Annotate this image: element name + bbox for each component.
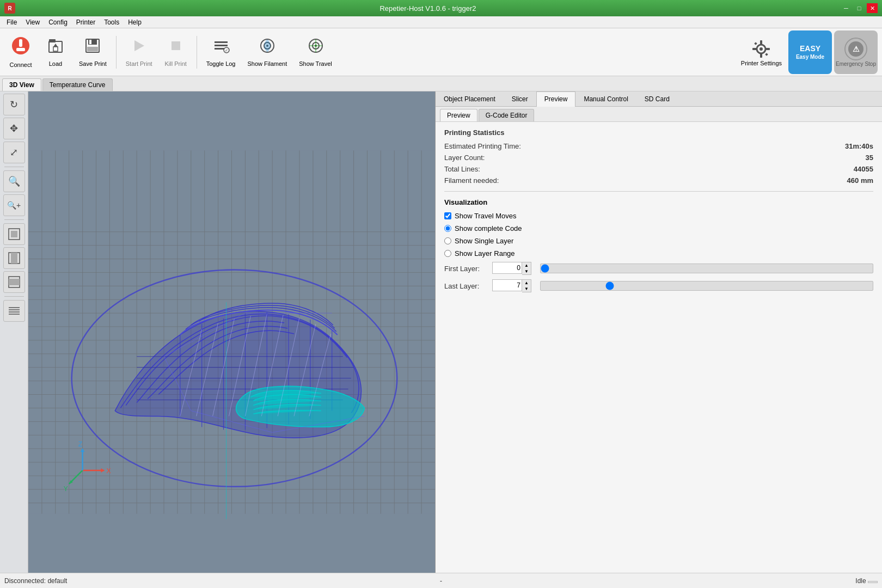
show-single-layer-radio[interactable] <box>444 237 451 244</box>
left-toolbar-separator-3 <box>4 296 24 297</box>
load-button[interactable]: Load <box>39 30 72 74</box>
svg-rect-38 <box>11 231 17 237</box>
status-left-text: Disconnected: default <box>4 577 296 585</box>
toggle-log-button[interactable]: ✓ Toggle Log <box>201 30 241 74</box>
show-travel-moves-checkbox[interactable] <box>444 212 451 219</box>
easy-mode-button[interactable]: EASY Easy Mode <box>788 30 832 74</box>
last-layer-label: Last Layer: <box>444 282 488 290</box>
view-side-button[interactable] <box>3 247 25 269</box>
easy-mode-badge: EASY <box>800 44 820 53</box>
svg-rect-40 <box>11 253 17 264</box>
last-layer-up[interactable]: ▲ <box>522 280 531 286</box>
show-filament-icon <box>259 37 276 58</box>
show-complete-code-row: Show complete Code <box>444 224 873 232</box>
view-front-button[interactable] <box>3 223 25 245</box>
first-layer-down[interactable]: ▼ <box>522 268 531 274</box>
left-toolbar-separator <box>4 167 24 167</box>
status-idle-box <box>868 581 878 583</box>
menu-config[interactable]: Config <box>44 17 72 27</box>
svg-rect-1 <box>19 39 22 47</box>
save-print-button[interactable]: Save Print <box>74 30 112 74</box>
svg-rect-30 <box>752 48 757 50</box>
view-side-icon <box>8 252 21 265</box>
printer-settings-icon <box>750 38 772 60</box>
tab-preview[interactable]: Preview <box>536 91 576 107</box>
connect-icon <box>11 36 30 59</box>
preview-content-area: Printing Statistics Estimated Printing T… <box>436 122 882 573</box>
kill-print-button[interactable]: Kill Print <box>160 30 192 74</box>
menu-tools[interactable]: Tools <box>100 17 124 27</box>
tab-sd-card[interactable]: SD Card <box>636 91 678 106</box>
first-layer-slider[interactable] <box>540 264 873 273</box>
save-icon <box>84 37 101 58</box>
last-layer-spinner[interactable]: ▲ ▼ <box>522 279 531 292</box>
menu-help[interactable]: Help <box>124 17 146 27</box>
toolbar-separator-2 <box>197 36 197 69</box>
rotate-button[interactable]: ↻ <box>3 94 25 115</box>
start-print-button[interactable]: Start Print <box>121 30 157 74</box>
show-layer-range-radio[interactable] <box>444 250 451 257</box>
filament-needed-label: Filament needed: <box>444 176 499 185</box>
svg-rect-28 <box>760 40 762 45</box>
last-layer-input[interactable] <box>492 279 522 291</box>
app-logo: R <box>4 3 15 14</box>
load-label: Load <box>49 60 62 67</box>
first-layer-up[interactable]: ▲ <box>522 262 531 268</box>
move-alt-button[interactable]: ⤢ <box>3 142 25 163</box>
tab-object-placement[interactable]: Object Placement <box>436 91 504 106</box>
main-content: ↻ ✥ ⤢ 🔍 🔍+ <box>0 91 882 573</box>
menu-printer[interactable]: Printer <box>72 17 100 27</box>
stat-row-print-time: Estimated Printing Time: 31m:40s <box>444 142 873 150</box>
show-single-layer-row: Show Single Layer <box>444 237 873 245</box>
stat-row-total-lines: Total Lines: 44055 <box>444 165 873 173</box>
last-layer-slider[interactable] <box>540 281 873 291</box>
printer-settings-button[interactable]: Printer Settings <box>737 36 786 69</box>
status-idle-text: Idle <box>855 577 866 585</box>
maximize-button[interactable]: □ <box>854 3 865 13</box>
tab-3d-view[interactable]: 3D View <box>2 78 41 91</box>
stat-row-layer-count: Layer Count: 35 <box>444 154 873 162</box>
preview-subtabs: Preview G-Code Editor <box>436 107 882 122</box>
show-filament-button[interactable]: Show Filament <box>242 30 292 74</box>
tab-manual-control[interactable]: Manual Control <box>575 91 636 106</box>
show-travel-button[interactable]: Show Travel <box>294 30 337 74</box>
svg-rect-9 <box>89 40 91 44</box>
first-layer-input[interactable] <box>492 262 522 274</box>
kill-print-label: Kill Print <box>164 60 186 67</box>
printing-statistics-title: Printing Statistics <box>444 128 873 137</box>
connect-button[interactable]: Connect <box>4 30 37 74</box>
hatching-icon <box>8 304 21 317</box>
show-complete-code-radio[interactable] <box>444 225 451 232</box>
window-title: Repetier-Host V1.0.6 - trigger2 <box>15 4 841 13</box>
3d-model-view: X Y Z <box>28 91 435 573</box>
show-travel-label: Show Travel <box>299 60 332 67</box>
menu-view[interactable]: View <box>21 17 44 27</box>
hatching-button[interactable] <box>3 300 25 322</box>
tab-slicer[interactable]: Slicer <box>504 91 536 106</box>
toggle-log-icon: ✓ <box>212 37 230 58</box>
emergency-stop-button[interactable]: ⚠ Emergency Stop <box>834 30 878 74</box>
show-layer-range-label: Show Layer Range <box>455 249 515 258</box>
menu-file[interactable]: File <box>2 17 21 27</box>
3d-viewport[interactable]: ↻ ✥ ⤢ 🔍 🔍+ <box>0 91 436 573</box>
layer-count-label: Layer Count: <box>444 154 485 162</box>
svg-rect-4 <box>49 39 56 42</box>
view-top-button[interactable] <box>3 271 25 293</box>
stats-divider <box>444 191 873 192</box>
titlebar: R Repetier-Host V1.0.6 - trigger2 ─ □ ✕ <box>0 0 882 16</box>
left-toolbar: ↻ ✥ ⤢ 🔍 🔍+ <box>0 91 28 573</box>
zoom-out-button[interactable]: 🔍 <box>3 170 25 192</box>
subtab-preview[interactable]: Preview <box>440 109 477 121</box>
total-lines-value: 44055 <box>854 165 873 173</box>
minimize-button[interactable]: ─ <box>841 3 852 13</box>
subtab-gcode-editor[interactable]: G-Code Editor <box>479 109 535 121</box>
kill-icon <box>167 37 185 58</box>
tab-temperature-curve[interactable]: Temperature Curve <box>42 78 113 91</box>
close-button[interactable]: ✕ <box>867 3 878 13</box>
move-button[interactable]: ✥ <box>3 118 25 139</box>
total-lines-label: Total Lines: <box>444 165 480 173</box>
first-layer-spinner[interactable]: ▲ ▼ <box>522 262 531 275</box>
toolbar-right: Printer Settings EASY Easy Mode ⚠ Emerge… <box>737 30 878 74</box>
last-layer-down[interactable]: ▼ <box>522 286 531 292</box>
zoom-in-button[interactable]: 🔍+ <box>3 194 25 216</box>
